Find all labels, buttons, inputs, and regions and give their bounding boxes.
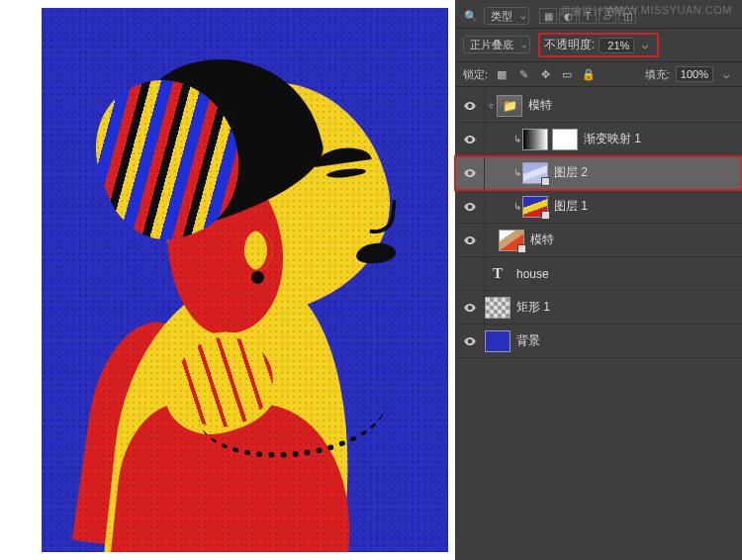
search-icon: 🔍 [463, 9, 478, 24]
visibility-off[interactable] [455, 257, 485, 290]
layer-layer1[interactable]: ↳ 图层 1 [455, 190, 742, 224]
lock-label: 锁定: [463, 67, 488, 82]
filter-kind-select[interactable]: 类型 [484, 9, 529, 24]
mask-thumb[interactable] [552, 129, 578, 150]
chevron-down-icon[interactable]: ⌵ [638, 38, 653, 52]
layer-group-model[interactable]: ▿ 📁 模特 [455, 89, 742, 123]
layer-layer2[interactable]: ↳ 图层 2 [455, 156, 742, 190]
filter-type-icon[interactable]: T [579, 8, 597, 24]
layers-panel: 思缘设计论坛 WWW.MISSYUAN.COM 🔍 类型 ▦ ◐ T ▱ ◫ 正… [455, 0, 742, 560]
layer-thumb[interactable] [499, 230, 524, 251]
type-layer-icon: T [485, 263, 510, 285]
shape-thumb[interactable] [485, 297, 510, 319]
layer-thumb[interactable] [522, 162, 548, 184]
lock-transparency-icon[interactable]: ▩ [494, 67, 510, 82]
fill-label: 填充: [645, 67, 670, 82]
clip-indicator-icon: ↳ [512, 201, 522, 212]
layer-name[interactable]: 渐变映射 1 [584, 131, 641, 147]
fill-value[interactable]: 100% [676, 66, 713, 82]
visibility-icon[interactable] [463, 133, 477, 146]
visibility-icon[interactable] [463, 301, 477, 315]
filter-type-buttons: ▦ ◐ T ▱ ◫ [539, 8, 636, 24]
clip-indicator-icon: ↳ [512, 167, 522, 178]
chevron-down-icon[interactable]: ⌵ [719, 67, 734, 82]
disclosure-down-icon[interactable]: ▿ [485, 101, 497, 111]
canvas-area [0, 0, 455, 560]
adjustment-thumb[interactable] [522, 129, 548, 150]
layer-text-house[interactable]: T house [455, 257, 742, 291]
layer-name[interactable]: 矩形 1 [516, 299, 550, 316]
layer-name[interactable]: 图层 2 [554, 164, 588, 181]
opacity-label: 不透明度: [544, 37, 595, 53]
opacity-control-highlight: 不透明度: 21% ⌵ [538, 33, 659, 57]
blend-mode-select[interactable]: 正片叠底 [463, 38, 530, 52]
filter-kind-label: 类型 [484, 7, 529, 25]
layer-rect1[interactable]: 矩形 1 [455, 291, 742, 325]
artwork-canvas[interactable] [42, 8, 448, 552]
filter-smart-icon[interactable]: ◫ [618, 8, 636, 24]
filter-row: 🔍 类型 ▦ ◐ T ▱ ◫ [455, 0, 742, 29]
layer-name[interactable]: 模特 [528, 97, 552, 114]
layer-background[interactable]: 背景 [455, 325, 742, 358]
lock-move-icon[interactable]: ✥ [537, 67, 553, 82]
blend-opacity-row: 正片叠底 不透明度: 21% ⌵ [455, 29, 742, 62]
visibility-icon[interactable] [463, 99, 477, 113]
layer-gradient-map[interactable]: ↳ 渐变映射 1 [455, 123, 742, 156]
layer-name[interactable]: 图层 1 [554, 198, 588, 215]
opacity-value[interactable]: 21% [599, 38, 634, 53]
artwork-figure [42, 8, 448, 552]
filter-adjust-icon[interactable]: ◐ [559, 8, 577, 24]
lock-brush-icon[interactable]: ✎ [515, 67, 531, 82]
visibility-icon[interactable] [463, 200, 477, 214]
layer-model[interactable]: 模特 [455, 224, 742, 257]
filter-shape-icon[interactable]: ▱ [599, 8, 616, 24]
visibility-icon[interactable] [463, 334, 477, 348]
lock-all-icon[interactable]: 🔒 [581, 67, 597, 82]
layers-list: ▿ 📁 模特 ↳ 渐变映射 1 ↳ 图层 2 ↳ 图层 1 [455, 87, 742, 360]
layer-name[interactable]: 背景 [516, 332, 540, 349]
lock-artboard-icon[interactable]: ▭ [559, 67, 575, 82]
visibility-icon[interactable] [463, 233, 477, 247]
layer-name[interactable]: house [516, 267, 549, 281]
visibility-icon[interactable] [463, 166, 477, 180]
layer-thumb[interactable] [485, 330, 510, 352]
blend-mode-value: 正片叠底 [463, 36, 530, 53]
folder-icon: 📁 [497, 95, 522, 117]
layer-thumb[interactable] [522, 196, 548, 218]
clip-indicator-icon: ↳ [512, 134, 522, 144]
layer-name[interactable]: 模特 [530, 232, 554, 248]
filter-pixel-icon[interactable]: ▦ [539, 8, 557, 24]
lock-row: 锁定: ▩ ✎ ✥ ▭ 🔒 填充: 100% ⌵ [455, 62, 742, 87]
